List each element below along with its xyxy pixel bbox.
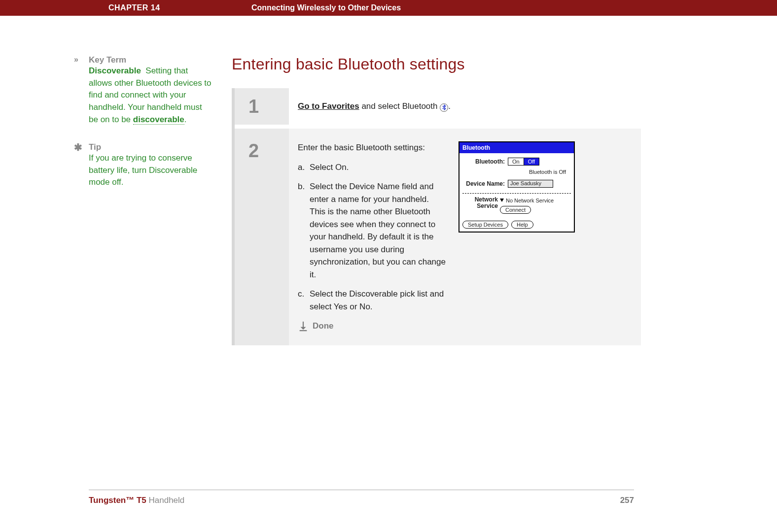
net-label-line1: Network bbox=[475, 196, 498, 203]
bluetooth-toggle[interactable]: On Off bbox=[508, 158, 539, 166]
page: CHAPTER 14 Connecting Wirelessly to Othe… bbox=[0, 0, 777, 532]
substep-c-letter: c. bbox=[298, 288, 310, 313]
device-row-network: Network Service No Network Service bbox=[462, 197, 571, 214]
keyterm-text: Discoverable Setting that allows other B… bbox=[89, 65, 212, 126]
footer-product-bold: Tungsten™ T5 bbox=[89, 496, 146, 505]
footer-product-tail: Handheld bbox=[146, 496, 185, 505]
tip-label: Tip bbox=[89, 142, 212, 152]
net-label-line2: Service bbox=[477, 202, 498, 209]
substep-b-letter: b. bbox=[298, 180, 310, 281]
substep-a-letter: a. bbox=[298, 161, 310, 174]
chapter-label: CHAPTER 14 bbox=[0, 3, 251, 12]
go-to-favorites-link[interactable]: Go to Favorites bbox=[298, 101, 359, 111]
section-title: Entering basic Bluetooth settings bbox=[232, 55, 641, 73]
step-1: 1 Go to Favorites and select Bluetooth . bbox=[235, 88, 641, 125]
step-1-number: 1 bbox=[248, 97, 289, 116]
keyterm-period: . bbox=[184, 115, 187, 124]
keyterm-block: » Key Term Discoverable Setting that all… bbox=[74, 55, 212, 126]
footer-product: Tungsten™ T5 Handheld bbox=[89, 496, 184, 505]
step-2-num-col: 2 bbox=[235, 129, 289, 345]
device-status: Bluetooth is Off bbox=[462, 168, 571, 176]
device-row-bluetooth: Bluetooth: On Off bbox=[462, 157, 571, 166]
done-row: Done bbox=[298, 320, 446, 332]
step-1-num-col: 1 bbox=[235, 88, 289, 125]
chevrons-icon: » bbox=[74, 55, 89, 126]
device-row-name: Device Name: Joe Sadusky bbox=[462, 179, 571, 188]
tip-text: If you are trying to conserve battery li… bbox=[89, 152, 212, 189]
page-footer: Tungsten™ T5 Handheld 257 bbox=[89, 490, 634, 506]
step-1-tail-b: . bbox=[448, 101, 451, 111]
step-1-tail-a: and select Bluetooth bbox=[359, 101, 440, 111]
step-1-body: Go to Favorites and select Bluetooth . bbox=[289, 88, 641, 125]
down-arrow-icon bbox=[298, 321, 309, 332]
done-label: Done bbox=[313, 320, 334, 332]
device-name-field[interactable]: Joe Sadusky bbox=[508, 180, 553, 188]
step-2: 2 Enter the basic Bluetooth settings: a.… bbox=[235, 129, 641, 345]
page-number: 257 bbox=[620, 496, 634, 505]
chapter-header: CHAPTER 14 Connecting Wirelessly to Othe… bbox=[0, 0, 777, 16]
discoverable-link[interactable]: discoverable bbox=[133, 115, 184, 125]
sidebar: » Key Term Discoverable Setting that all… bbox=[0, 55, 232, 345]
setup-devices-button[interactable]: Setup Devices bbox=[462, 221, 508, 229]
tip-block: ✱ Tip If you are trying to conserve batt… bbox=[74, 142, 212, 189]
device-name-label: Device Name: bbox=[462, 179, 508, 188]
main-column: Entering basic Bluetooth settings 1 Go t… bbox=[232, 55, 641, 345]
help-button[interactable]: Help bbox=[511, 221, 533, 229]
device-button-row: Setup Devices Help bbox=[462, 219, 571, 229]
substep-a: a. Select On. bbox=[298, 161, 446, 174]
steps-container: 1 Go to Favorites and select Bluetooth .… bbox=[232, 88, 641, 345]
asterisk-icon: ✱ bbox=[74, 142, 89, 189]
device-title: Bluetooth bbox=[459, 142, 574, 153]
step-2-number: 2 bbox=[248, 141, 289, 160]
step-2-body: Enter the basic Bluetooth settings: a. S… bbox=[289, 129, 641, 345]
substep-b: b. Select the Device Name field and ente… bbox=[298, 180, 446, 281]
device-bt-label: Bluetooth: bbox=[462, 157, 508, 166]
keyterm-label: Key Term bbox=[89, 55, 212, 65]
content-area: » Key Term Discoverable Setting that all… bbox=[0, 16, 777, 345]
device-body: Bluetooth: On Off Bluetooth is Off Devic… bbox=[459, 153, 574, 232]
device-separator bbox=[462, 193, 571, 194]
substep-a-text: Select On. bbox=[310, 161, 446, 174]
substep-b-text: Select the Device Name field and enter a… bbox=[310, 180, 446, 281]
svg-marker-2 bbox=[301, 327, 306, 330]
toggle-off[interactable]: Off bbox=[524, 158, 539, 165]
substep-c-text: Select the Discoverable pick list and se… bbox=[310, 288, 446, 313]
connect-button[interactable]: Connect bbox=[500, 206, 531, 214]
bluetooth-icon bbox=[440, 103, 448, 112]
chapter-title: Connecting Wirelessly to Other Devices bbox=[251, 3, 777, 12]
network-service-value: No Network Service bbox=[506, 197, 554, 205]
device-network-label: Network Service bbox=[462, 197, 498, 214]
toggle-on[interactable]: On bbox=[508, 158, 524, 165]
network-service-picker[interactable]: No Network Service bbox=[500, 197, 571, 205]
substep-c: c. Select the Discoverable pick list and… bbox=[298, 288, 446, 313]
step-2-instructions: Enter the basic Bluetooth settings: a. S… bbox=[298, 141, 446, 332]
device-screenshot: Bluetooth Bluetooth: On Off Bluetooth i bbox=[459, 141, 575, 233]
dropdown-triangle-icon bbox=[500, 199, 504, 202]
step-2-intro: Enter the basic Bluetooth settings: bbox=[298, 141, 446, 154]
step-separator bbox=[235, 125, 641, 129]
keyterm-term: Discoverable bbox=[89, 66, 141, 75]
